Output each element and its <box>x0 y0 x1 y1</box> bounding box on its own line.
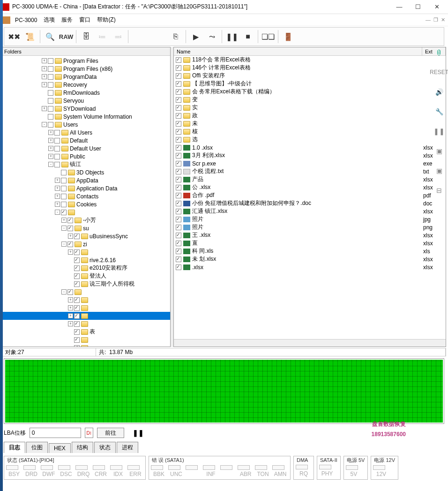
file-row[interactable]: 核 <box>174 128 446 136</box>
connector-icon[interactable]: ⊟ <box>433 185 445 196</box>
raw-button[interactable]: RAW <box>58 29 74 45</box>
file-row[interactable]: 直xlsx <box>174 239 446 247</box>
script-icon[interactable]: 📜 <box>22 29 38 45</box>
tree-item[interactable]: +Program Files (x86) <box>2 65 170 73</box>
tree-item[interactable]: +Default <box>2 136 170 144</box>
tree-item[interactable]: 登法人 <box>2 272 170 280</box>
tab-hex[interactable]: HEX <box>49 443 71 453</box>
file-row[interactable]: 未 <box>174 120 446 128</box>
tree-item[interactable] <box>2 336 170 344</box>
tree-item[interactable]: + uBusinessSync <box>2 232 170 240</box>
binoculars-icon[interactable]: 🔍 <box>42 29 58 45</box>
file-list[interactable]: 118个会 常用Excel表格146个 计常用Excel表格Offi 安装程序【… <box>174 56 446 339</box>
file-row[interactable]: 公 .xlsxxlsx <box>174 183 446 191</box>
tree-item[interactable]: - <box>2 288 170 296</box>
file-row[interactable]: 会 务常用Excel表格下载（精编） <box>174 88 446 96</box>
tree-item[interactable]: 说三期个人所得税 <box>2 280 170 288</box>
menu-services[interactable]: 服务 <box>61 16 73 24</box>
tree-item[interactable]: -镇江 <box>2 160 170 168</box>
tree-item[interactable]: +AppData <box>2 176 170 184</box>
db-cylinder-icon[interactable]: 🛢 <box>433 47 445 58</box>
file-row[interactable]: 小份 免征增值税后城建税和附加如何申报？.docdoc <box>174 199 446 207</box>
tree-item[interactable]: System Volume Information <box>2 113 170 121</box>
lba-pause-icon[interactable]: ❚❚ <box>133 429 144 437</box>
file-row[interactable]: 118个会 常用Excel表格 <box>174 56 446 64</box>
tree-item[interactable]: rive.2.6.16 <box>2 256 170 264</box>
tree-item[interactable]: +ProgramData <box>2 73 170 81</box>
tree-item[interactable]: RmDownloads <box>2 89 170 97</box>
tree-item[interactable]: + <box>2 304 170 312</box>
speaker-icon[interactable]: 🔊 <box>433 86 445 98</box>
list-icon[interactable]: ≔ <box>94 29 110 45</box>
file-row[interactable]: 产品xlsx <box>174 175 446 183</box>
file-row[interactable]: 科 同.xlsxls <box>174 247 446 255</box>
tree-item[interactable]: +Program Files <box>2 57 170 65</box>
tree-item[interactable]: + <box>2 312 170 320</box>
menu-window[interactable]: 窗口 <box>79 16 90 24</box>
menu-options[interactable]: 选项 <box>44 16 55 24</box>
tree-item[interactable]: -zi <box>2 240 170 248</box>
tab-struct[interactable]: 结构 <box>72 442 93 453</box>
file-row[interactable]: 合作 .pdfpdf <box>174 191 446 199</box>
step-icon[interactable]: ⤳ <box>204 29 220 45</box>
tree-item[interactable]: +Cookies <box>2 200 170 208</box>
minimize-button[interactable]: — <box>390 0 409 14</box>
tree-item[interactable]: e2010安装程序 <box>2 264 170 272</box>
play-icon[interactable]: ▶ <box>188 29 204 45</box>
sector-map[interactable] <box>4 358 444 424</box>
lba-input[interactable] <box>30 428 81 438</box>
tree-item[interactable]: + <box>2 320 170 328</box>
tree-item[interactable]: +All Users <box>2 128 170 136</box>
file-row[interactable]: 未 划.xlsxxlsx <box>174 255 446 263</box>
file-row[interactable]: 变 <box>174 96 446 104</box>
file-row[interactable]: 王 .xlsxxlsx <box>174 231 446 239</box>
file-row[interactable]: 实 <box>174 104 446 112</box>
file-row[interactable]: 照片png <box>174 223 446 231</box>
file-row[interactable]: Offi 安装程序 <box>174 72 446 80</box>
lba-hex-toggle[interactable]: D⁞ <box>85 428 93 438</box>
tree-item[interactable]: + <box>2 248 170 256</box>
menu-app[interactable]: PC-3000 <box>15 17 37 23</box>
column-name[interactable]: Name <box>174 47 422 55</box>
tree-item[interactable]: 3D Objects <box>2 168 170 176</box>
file-row[interactable]: 1.0 .xlsxxlsx <box>174 144 446 151</box>
pause-side-icon[interactable]: ❚❚ <box>433 126 445 137</box>
list2-icon[interactable]: ≕ <box>110 29 126 45</box>
tree-item[interactable]: 表 <box>2 328 170 336</box>
close-button[interactable]: ✕ <box>427 0 446 14</box>
file-row[interactable]: Scr p.exeexe <box>174 159 446 167</box>
tree-item[interactable]: - <box>2 208 170 216</box>
chip-icon[interactable]: ▣ <box>433 145 445 157</box>
file-row[interactable]: 146个 计常用Excel表格 <box>174 64 446 72</box>
tree-item[interactable]: +Default User <box>2 144 170 152</box>
mdi-restore-icon[interactable]: ❐ <box>433 17 438 23</box>
tab-log[interactable]: 日志 <box>4 442 25 453</box>
file-row[interactable]: 【 思维导图】-中级会计 <box>174 80 446 88</box>
file-row[interactable]: 汇通 镇江.xlsxxlsx <box>174 207 446 215</box>
tree-item[interactable]: -Users <box>2 121 170 128</box>
file-row[interactable]: .xlsxxlsx <box>174 263 446 271</box>
reset-icon[interactable]: RESET <box>433 67 445 78</box>
exit-icon[interactable]: 🚪 <box>280 29 296 45</box>
copy-icon[interactable]: ❏❏ <box>260 29 276 45</box>
mdi-close-icon[interactable]: ✕ <box>441 17 445 23</box>
lba-goto-button[interactable]: 前往 <box>97 428 124 438</box>
export-icon[interactable]: ⎘ <box>168 29 184 45</box>
wrench-icon[interactable]: 🔧 <box>433 106 445 117</box>
database-icon[interactable]: 🗄 <box>78 29 94 45</box>
file-row[interactable]: 个税 流程.txttxt <box>174 167 446 175</box>
tree-item[interactable] <box>2 344 170 347</box>
folder-tree[interactable]: +Program Files+Program Files (x86)+Progr… <box>2 56 170 347</box>
tree-item[interactable]: Servyou <box>2 97 170 105</box>
tree-item[interactable]: +Contacts <box>2 192 170 200</box>
mdi-minimize-icon[interactable]: — <box>426 17 431 23</box>
tab-process[interactable]: 进程 <box>117 442 138 453</box>
stop-icon[interactable]: ■ <box>240 29 256 45</box>
tree-item[interactable]: + -小芳 <box>2 216 170 224</box>
tab-state[interactable]: 状态 <box>94 442 116 453</box>
file-row[interactable]: 3月 利润.xlsxxlsx <box>174 151 446 159</box>
tree-item[interactable]: +Public <box>2 152 170 160</box>
tree-item[interactable]: +SYDownload <box>2 105 170 113</box>
menu-help[interactable]: 帮助(Z) <box>97 16 115 24</box>
tree-item[interactable]: + <box>2 296 170 304</box>
